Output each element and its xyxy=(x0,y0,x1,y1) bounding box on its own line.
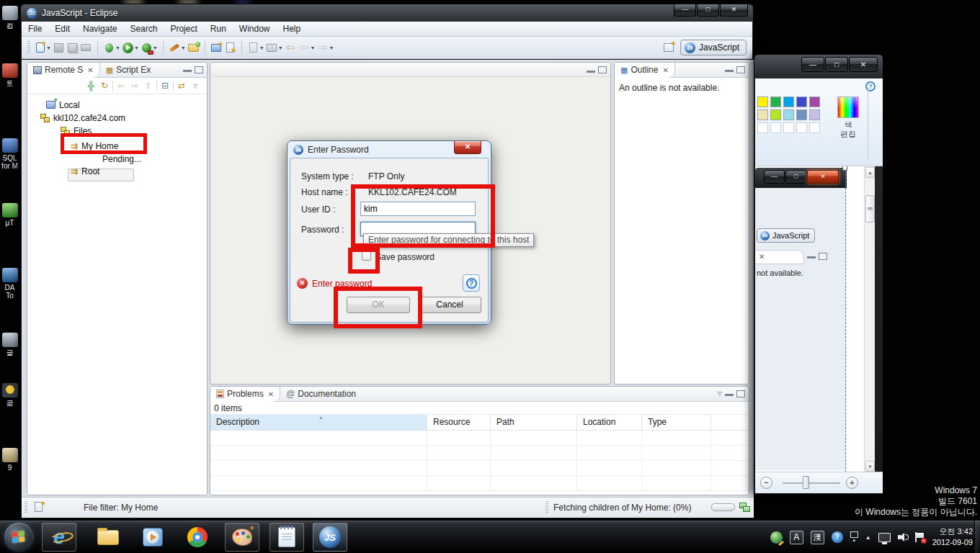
view-menu-icon[interactable]: ▽ xyxy=(190,80,201,91)
open-type-icon[interactable]: ★ xyxy=(210,42,223,54)
menu-file[interactable]: File xyxy=(22,24,48,34)
desktop-shortcut[interactable]: 글 xyxy=(0,333,19,356)
color-swatch[interactable] xyxy=(757,96,768,107)
maximize-button[interactable]: □ xyxy=(697,4,719,17)
desktop-shortcut[interactable]: 컴 xyxy=(0,6,19,30)
tree-item-local[interactable]: Local xyxy=(46,99,80,111)
maximize-button[interactable]: □ xyxy=(825,57,848,72)
show-desktop-button[interactable] xyxy=(974,521,980,553)
column-location[interactable]: Location xyxy=(577,415,642,430)
ime-alpha-icon[interactable]: A xyxy=(790,531,803,544)
desktop-shortcut[interactable]: SQL for M xyxy=(0,138,19,170)
color-swatch[interactable] xyxy=(796,109,807,120)
close-button[interactable]: ✕ xyxy=(849,57,878,72)
minimize-view-icon[interactable] xyxy=(725,66,734,72)
taskbar-notepad[interactable] xyxy=(270,523,304,552)
show-hidden-icons[interactable]: ▲ xyxy=(865,534,871,541)
tree-item-connection[interactable]: kkl102.cafe24.com xyxy=(40,112,125,124)
back-last-edit-icon[interactable]: ⇦ xyxy=(285,42,297,54)
refresh-icon[interactable]: ↻ xyxy=(99,80,110,91)
ime-hanja-icon[interactable]: 漢 xyxy=(811,531,824,544)
taskbar-windows-explorer[interactable] xyxy=(91,523,125,552)
close-button[interactable]: ✕ xyxy=(454,141,481,154)
desktop-shortcut[interactable]: 9 xyxy=(0,448,19,472)
minimize-view-icon[interactable] xyxy=(587,67,595,73)
start-button[interactable] xyxy=(4,523,33,552)
dropdown-icon[interactable]: ▼ xyxy=(153,45,158,50)
debug-icon[interactable] xyxy=(103,42,115,54)
desktop-shortcut[interactable]: μT xyxy=(0,203,19,227)
column-path[interactable]: Path xyxy=(491,415,577,430)
dropdown-icon[interactable]: ▼ xyxy=(115,45,120,50)
tree-item-root[interactable]: ⇉ Root xyxy=(71,165,99,177)
run-icon[interactable] xyxy=(122,42,134,54)
up-folder-icon[interactable]: ↑ xyxy=(266,42,278,54)
pen-marker-icon[interactable] xyxy=(169,42,181,54)
help-button[interactable]: ? xyxy=(463,274,480,292)
taskbar-clock[interactable]: 오전 3:42 2012-09-09 xyxy=(932,526,973,548)
menu-edit[interactable]: Edit xyxy=(48,24,76,34)
tab-script-explorer[interactable]: ▦ Script Ex xyxy=(100,63,156,78)
menu-search[interactable]: Search xyxy=(123,24,164,34)
color-swatch[interactable] xyxy=(809,96,820,107)
close-tab-icon[interactable]: ✕ xyxy=(87,66,93,74)
action-center-flag-icon[interactable]: ✕ xyxy=(915,532,925,542)
menu-project[interactable]: Project xyxy=(164,24,203,34)
cancel-button[interactable]: Cancel xyxy=(418,297,481,313)
volume-icon[interactable] xyxy=(898,533,908,541)
close-button[interactable]: ✕ xyxy=(720,4,748,17)
minimize-view-icon[interactable] xyxy=(183,66,192,72)
progress-view-icon[interactable] xyxy=(739,503,750,512)
zoom-out-button[interactable]: − xyxy=(760,477,772,489)
maximize-view-icon[interactable] xyxy=(195,66,203,73)
minimize-view-icon[interactable] xyxy=(725,390,734,396)
scrollbar-thumb[interactable] xyxy=(865,195,875,222)
collapse-all-icon[interactable]: ⊟ xyxy=(159,80,171,91)
taskbar-paint[interactable] xyxy=(225,523,259,552)
desktop-shortcut[interactable]: 토 xyxy=(0,63,19,87)
zoom-slider-track[interactable] xyxy=(783,482,840,484)
fastview-icon[interactable]: ★ xyxy=(35,502,43,512)
color-swatch-empty[interactable] xyxy=(796,122,807,133)
desktop-shortcut[interactable]: 곰 xyxy=(0,383,19,407)
menu-run[interactable]: Run xyxy=(204,24,233,34)
taskbar-media-player[interactable] xyxy=(135,523,170,552)
minimize-button[interactable]: — xyxy=(674,4,696,17)
scroll-up-icon[interactable]: ▲ xyxy=(865,167,875,178)
dropdown-icon[interactable]: ▼ xyxy=(181,45,186,50)
maximize-view-icon[interactable] xyxy=(598,66,607,73)
dropdown-icon[interactable]: ▼ xyxy=(259,45,264,50)
open-folder-icon[interactable] xyxy=(187,42,200,54)
dropdown-icon[interactable]: ▼ xyxy=(46,45,51,50)
column-resource[interactable]: Resource xyxy=(427,415,491,430)
run-external-icon[interactable] xyxy=(141,42,153,54)
view-menu-icon[interactable]: ▽ xyxy=(718,390,722,397)
desktop-shortcut[interactable]: DA To xyxy=(0,268,19,300)
maximize-view-icon[interactable] xyxy=(736,390,745,397)
perspective-javascript-button[interactable]: JS JavaScript xyxy=(680,40,747,55)
new-wizard-icon[interactable]: ★ xyxy=(34,42,46,54)
paint-canvas[interactable]: — □ ✕ JS JavaScript ✕ not available. xyxy=(755,166,865,472)
tab-problems[interactable]: Problems✕ xyxy=(210,387,280,402)
color-swatch[interactable] xyxy=(770,96,781,107)
ime-toolbar-icon[interactable]: ▼ xyxy=(850,531,858,543)
titlebar[interactable]: JS JavaScript - Eclipse xyxy=(21,4,753,22)
color-swatch[interactable] xyxy=(796,96,807,107)
color-swatch-empty[interactable] xyxy=(809,122,820,133)
menu-help[interactable]: Help xyxy=(277,24,308,34)
color-swatch[interactable] xyxy=(809,109,820,120)
zoom-in-button[interactable]: + xyxy=(846,477,858,489)
network-icon[interactable] xyxy=(878,533,891,542)
minimize-button[interactable]: — xyxy=(801,57,824,72)
last-edit-icon[interactable] xyxy=(247,42,259,54)
color-swatch-empty[interactable] xyxy=(757,122,768,133)
close-tab-icon[interactable]: ✕ xyxy=(268,390,274,398)
open-perspective-icon[interactable]: ★ xyxy=(663,42,675,54)
switch-view-icon[interactable]: ⇄ xyxy=(176,80,187,91)
taskbar-internet-explorer[interactable]: e xyxy=(42,523,76,552)
tab-remote-systems[interactable]: Remote S✕ xyxy=(27,63,100,78)
dropdown-icon[interactable]: ▼ xyxy=(278,45,283,50)
maximize-view-icon[interactable] xyxy=(736,66,745,73)
scroll-down-icon[interactable]: ▼ xyxy=(865,461,875,472)
color-swatch[interactable] xyxy=(757,109,768,120)
